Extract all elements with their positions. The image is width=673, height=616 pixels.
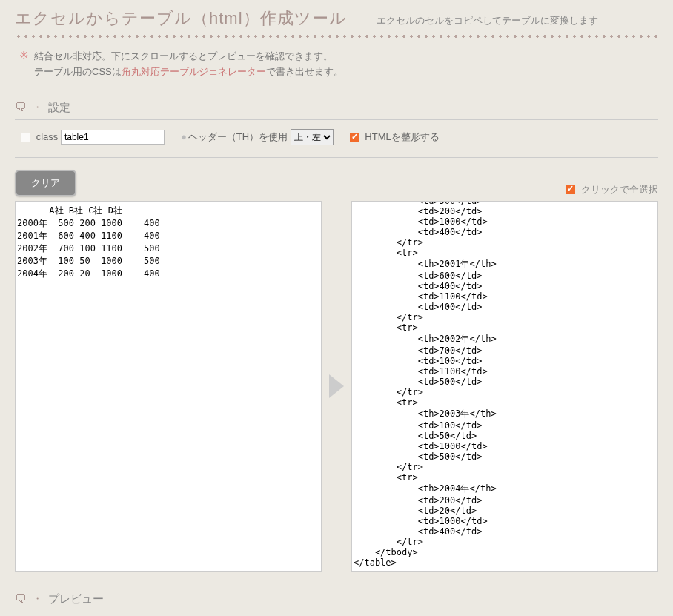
divider (15, 157, 658, 158)
dotted-divider (15, 34, 658, 39)
output-panel[interactable]: <td>500</td> <td>200</td> <td>1000</td> … (351, 201, 658, 572)
header-th-select[interactable]: 上・左 (291, 129, 334, 145)
notice: ※ 結合セル非対応。下にスクロールするとプレビューを確認できます。 テーブル用の… (15, 49, 658, 80)
header-th-setting: ●ヘッダー（TH）を使用 上・左 (181, 129, 334, 145)
format-html-checkbox[interactable] (350, 133, 359, 142)
select-all-checkbox[interactable] (566, 185, 575, 194)
notice-mark: ※ (19, 49, 28, 80)
bullet-icon: ・ (33, 101, 42, 114)
class-setting: class (21, 130, 165, 145)
class-checkbox[interactable] (21, 133, 30, 142)
class-input[interactable] (61, 130, 165, 145)
rounded-table-generator-link[interactable]: 角丸対応テーブルジェネレーター (122, 66, 266, 77)
settings-heading: 設定 (48, 101, 70, 115)
preview-heading: プレビュー (48, 592, 104, 606)
header-th-label: ヘッダー（TH）を使用 (188, 131, 288, 142)
notice-line2: テーブル用のCSSは角丸対応テーブルジェネレーターで書き出せます。 (34, 64, 343, 80)
notice-line2-prefix: テーブル用のCSSは (34, 66, 122, 77)
clear-button[interactable]: クリア (15, 170, 76, 196)
select-all-label: クリックで全選択 (581, 183, 658, 196)
format-html-setting: HTMLを整形する (350, 130, 440, 144)
bullet-icon: ・ (33, 592, 42, 606)
input-panel[interactable]: A社 B社 C社 D社 2000年 500 200 1000 400 2001年… (15, 201, 322, 572)
format-html-label: HTMLを整形する (365, 131, 439, 142)
page-title: エクセルからテーブル（html）作成ツール (15, 7, 347, 30)
class-label: class (36, 131, 59, 142)
arrow-right-icon (329, 374, 344, 398)
speech-icon: 🗨 (15, 592, 27, 606)
subtitle: エクセルのセルをコピペしてテーブルに変換します (377, 14, 598, 27)
notice-line2-suffix: で書き出せます。 (266, 66, 343, 77)
speech-icon: 🗨 (15, 101, 27, 114)
bullet-dot-icon: ● (181, 131, 187, 142)
notice-line1: 結合セル非対応。下にスクロールするとプレビューを確認できます。 (34, 49, 343, 64)
